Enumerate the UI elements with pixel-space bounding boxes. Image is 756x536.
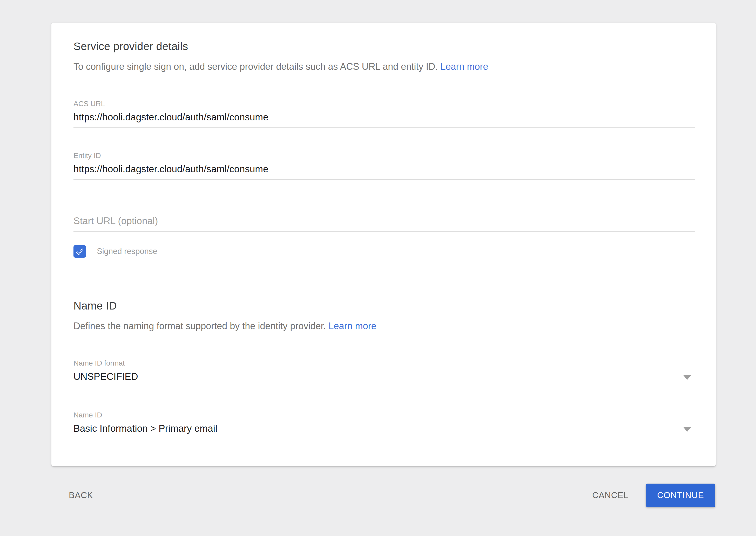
name-id-format-select[interactable]: UNSPECIFIED [73, 371, 695, 387]
sso-config-page: Service provider details To configure si… [0, 0, 756, 536]
service-provider-card: Service provider details To configure si… [52, 22, 716, 466]
signed-response-label: Signed response [97, 247, 157, 256]
start-url-input[interactable] [73, 216, 695, 232]
chevron-down-icon [683, 427, 691, 432]
chevron-down-icon [683, 375, 691, 380]
signed-response-row: Signed response [73, 245, 157, 258]
name-id-value: Basic Information > Primary email [73, 423, 217, 434]
name-id-description-text: Defines the naming format supported by t… [73, 321, 326, 331]
wizard-footer: BACK CANCEL CONTINUE [52, 484, 715, 507]
card-description: To configure single sign on, add service… [73, 60, 488, 73]
cancel-button[interactable]: CANCEL [592, 490, 629, 500]
name-id-format-value: UNSPECIFIED [73, 371, 138, 382]
name-id-learn-more-link[interactable]: Learn more [329, 321, 377, 331]
continue-button[interactable]: CONTINUE [646, 484, 715, 507]
entity-id-input[interactable] [73, 164, 695, 180]
name-id-section-description: Defines the naming format supported by t… [73, 320, 377, 332]
back-button[interactable]: BACK [69, 490, 93, 500]
name-id-section-title: Name ID [73, 299, 117, 313]
name-id-format-label: Name ID format [73, 359, 125, 368]
acs-url-input[interactable] [73, 112, 695, 128]
card-description-text: To configure single sign on, add service… [73, 61, 438, 72]
acs-url-label: ACS URL [73, 99, 105, 108]
name-id-label: Name ID [73, 411, 102, 419]
signed-response-checkbox[interactable] [73, 245, 86, 258]
page-title: Service provider details [73, 40, 188, 53]
entity-id-label: Entity ID [73, 151, 101, 160]
name-id-select[interactable]: Basic Information > Primary email [73, 423, 695, 439]
check-icon [75, 246, 85, 256]
learn-more-link[interactable]: Learn more [440, 61, 488, 72]
